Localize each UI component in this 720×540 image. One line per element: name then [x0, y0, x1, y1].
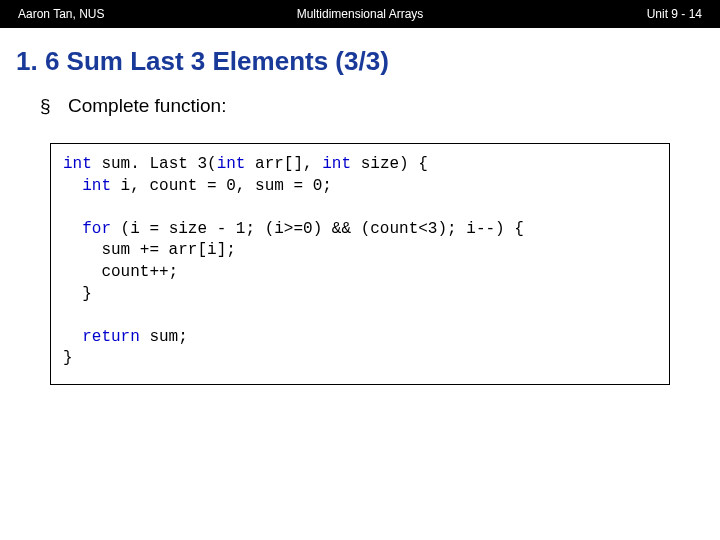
code-text: } [63, 285, 92, 303]
bullet-text: Complete function: [68, 95, 226, 117]
slide-body: § Complete function: int sum. Last 3(int… [0, 95, 720, 385]
code-text: (i = size - 1; (i>=0) && (count<3); i--)… [111, 220, 524, 238]
code-text: sum; [140, 328, 188, 346]
bullet-icon: § [40, 95, 68, 117]
code-text: count++; [63, 263, 178, 281]
code-text: sum. Last 3( [92, 155, 217, 173]
code-kw: int [82, 177, 111, 195]
code-kw: int [63, 155, 92, 173]
code-box: int sum. Last 3(int arr[], int size) { i… [50, 143, 670, 385]
code-kw: int [322, 155, 351, 173]
code-block: int sum. Last 3(int arr[], int size) { i… [63, 154, 657, 370]
code-text: sum += arr[i]; [63, 241, 236, 259]
code-text [63, 328, 82, 346]
code-kw: return [82, 328, 140, 346]
code-text [63, 220, 82, 238]
code-text [63, 177, 82, 195]
header-author: Aaron Tan, NUS [18, 7, 105, 21]
header-topic: Multidimensional Arrays [297, 7, 424, 21]
bullet-row: § Complete function: [40, 95, 680, 117]
code-text: i, count = 0, sum = 0; [111, 177, 332, 195]
slide-title: 1. 6 Sum Last 3 Elements (3/3) [16, 46, 720, 77]
code-text: arr[], [245, 155, 322, 173]
code-kw: for [82, 220, 111, 238]
code-text: } [63, 349, 73, 367]
code-text: size) { [351, 155, 428, 173]
header-page: Unit 9 - 14 [647, 7, 702, 21]
code-kw: int [217, 155, 246, 173]
slide-header: Aaron Tan, NUS Multidimensional Arrays U… [0, 0, 720, 28]
